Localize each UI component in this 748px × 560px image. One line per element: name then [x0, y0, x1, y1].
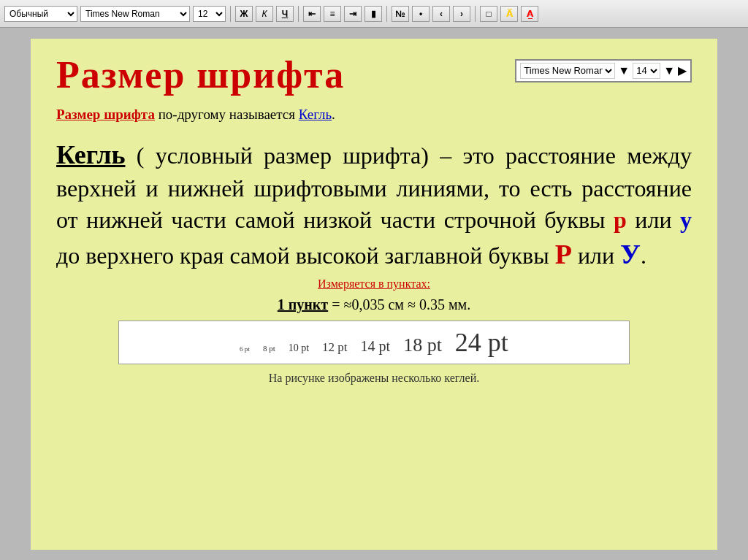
- toolbar: Обычный Times New Roman 12 Ж К Ч ⇤ ≡ ⇥ ▮…: [0, 0, 748, 28]
- point-rest: = ≈0,035 см ≈ 0.35 мм.: [328, 296, 470, 312]
- size-8pt: 8 pt: [263, 344, 275, 353]
- intro-middle: по-другому называется: [155, 107, 299, 122]
- style-select[interactable]: Обычный: [4, 6, 77, 22]
- size-18pt: 18 pt: [403, 334, 442, 356]
- intro-end: .: [332, 107, 335, 122]
- def-or1: или: [627, 207, 680, 233]
- separator-4: [475, 6, 476, 22]
- def-or2: или: [572, 242, 620, 269]
- underline-button[interactable]: Ч: [276, 6, 294, 22]
- size-10pt: 10 pt: [289, 342, 309, 354]
- indent-increase-button[interactable]: ›: [453, 6, 470, 22]
- border-button[interactable]: □: [480, 6, 497, 22]
- slide-title: Размер шрифта: [56, 53, 345, 96]
- align-justify-button[interactable]: ▮: [365, 6, 382, 22]
- def-Y-upper: У: [620, 239, 641, 269]
- dropdown-arrow-2: ▼: [663, 64, 675, 77]
- italic-button[interactable]: К: [256, 6, 273, 22]
- point-bold: 1 пункт: [278, 296, 328, 312]
- def-word: Кегль: [56, 140, 125, 169]
- size-expand-btn[interactable]: ▶: [678, 64, 687, 77]
- measured-line: Измеряется в пунктах:: [56, 277, 692, 291]
- def-dot: .: [641, 242, 646, 269]
- highlight-button[interactable]: A̅: [500, 6, 518, 22]
- separator-1: [230, 6, 231, 22]
- slide-font-select[interactable]: Times New Roman: [520, 63, 615, 79]
- bold-button[interactable]: Ж: [235, 6, 253, 22]
- title-row: Размер шрифта Times New Roman ▼ 14 ▼ ▶: [56, 53, 692, 96]
- slide: Размер шрифта Times New Roman ▼ 14 ▼ ▶ Р…: [31, 39, 717, 550]
- indent-decrease-button[interactable]: ‹: [432, 6, 450, 22]
- font-color-button[interactable]: A̲: [521, 6, 538, 22]
- size-select[interactable]: 12: [193, 6, 226, 22]
- align-center-button[interactable]: ≡: [324, 6, 341, 22]
- font-select[interactable]: Times New Roman: [80, 6, 190, 22]
- definition-block: Кегль ( условный размер шрифта) – это ра…: [56, 137, 692, 273]
- font-selector-box: Times New Roman ▼ 14 ▼ ▶: [515, 59, 692, 83]
- size-24pt: 24 pt: [455, 327, 508, 358]
- bullets-button[interactable]: •: [412, 6, 430, 22]
- def-text-1: ( условный размер шрифта) – это расстоян…: [56, 142, 692, 233]
- intro-line: Размер шрифта по-другому называется Кегл…: [56, 105, 692, 125]
- slide-size-select[interactable]: 14: [633, 63, 660, 79]
- def-R-upper: Р: [555, 239, 572, 269]
- intro-link-2: Кегль: [299, 107, 332, 122]
- separator-3: [386, 6, 387, 22]
- separator-2: [298, 6, 299, 22]
- size-6pt: 6 pt: [240, 345, 250, 353]
- align-left-button[interactable]: ⇤: [303, 6, 321, 22]
- intro-link-1: Размер шрифта: [56, 107, 155, 122]
- size-illustration: 6 pt 8 pt 10 pt 12 pt 14 pt 18 pt 24 pt: [118, 321, 630, 364]
- size-14pt: 14 pt: [361, 338, 391, 355]
- def-r-lower: р: [614, 207, 627, 233]
- dropdown-arrow-1: ▼: [618, 64, 630, 77]
- numbering-button[interactable]: №: [392, 6, 409, 22]
- caption-line: На рисунке изображены несколько кеглей.: [56, 372, 692, 385]
- def-y-lower: у: [680, 207, 692, 233]
- def-rest: до верхнего края самой высокой заглавной…: [56, 242, 555, 269]
- size-12pt: 12 pt: [322, 340, 347, 355]
- align-right-button[interactable]: ⇥: [344, 6, 362, 22]
- point-line: 1 пункт = ≈0,035 см ≈ 0.35 мм.: [56, 296, 692, 313]
- slide-area: Размер шрифта Times New Roman ▼ 14 ▼ ▶ Р…: [0, 28, 748, 560]
